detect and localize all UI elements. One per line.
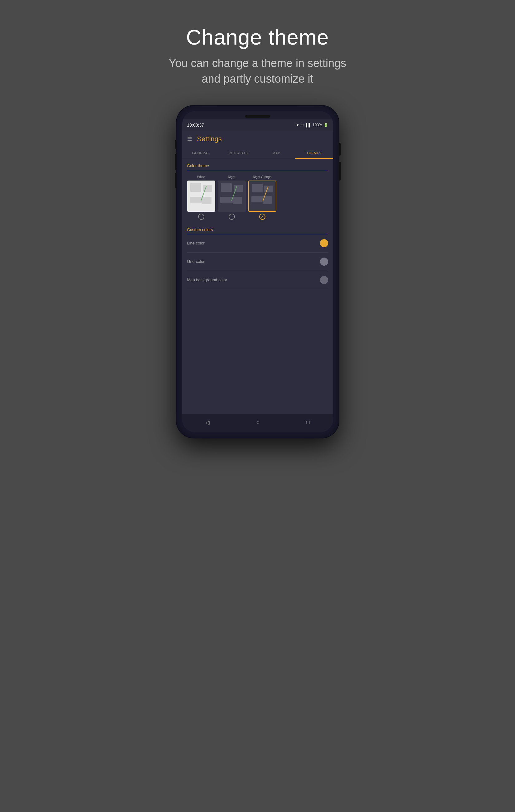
phone-mockup: 10:00:37 ▾ LTE ▌▌ 100% 🔋 ☰ Settings GENE… [176, 106, 339, 438]
line-color-swatch[interactable] [320, 239, 328, 247]
tab-themes[interactable]: THEMES [295, 147, 333, 159]
theme-white-label: White [197, 175, 205, 179]
theme-night-radio[interactable] [229, 213, 235, 220]
left-button-1 [175, 140, 176, 149]
phone-outer: 10:00:37 ▾ LTE ▌▌ 100% 🔋 ☰ Settings GENE… [176, 106, 339, 438]
wifi-icon: ▾ [297, 123, 298, 127]
map-bg-color-row[interactable]: Map background color [187, 271, 328, 289]
hamburger-icon[interactable]: ☰ [187, 136, 192, 143]
grid-color-swatch[interactable] [320, 258, 328, 266]
bottom-nav: ◁ ○ □ [182, 414, 333, 432]
tab-general[interactable]: GENERAL [182, 147, 220, 159]
tab-map[interactable]: MAP [258, 147, 295, 159]
theme-night-orange-preview [248, 180, 276, 212]
app-header: ☰ Settings [182, 130, 333, 147]
theme-white[interactable]: White [187, 175, 215, 220]
tab-interface[interactable]: INTERFACE [220, 147, 258, 159]
lte-icon: LTE [300, 123, 305, 126]
line-color-row[interactable]: Line color [187, 234, 328, 253]
custom-colors-header: Custom colors [187, 223, 328, 234]
theme-night-orange[interactable]: Night Orange ✓ [248, 175, 276, 220]
battery-label: 100% [313, 123, 322, 127]
recents-button[interactable]: □ [306, 419, 310, 426]
theme-white-preview [187, 180, 215, 212]
status-bar: 10:00:37 ▾ LTE ▌▌ 100% 🔋 [182, 119, 333, 130]
grid-color-label: Grid color [187, 259, 205, 264]
status-time: 10:00:37 [187, 122, 204, 127]
back-button[interactable]: ◁ [205, 419, 210, 426]
app-title: Settings [197, 135, 222, 143]
theme-night-orange-label: Night Orange [253, 175, 271, 179]
power-button [339, 143, 341, 155]
theme-night-preview [218, 180, 246, 212]
volume-down-button [175, 173, 176, 188]
content-area: Color theme White [182, 159, 333, 414]
signal-icon: ▌▌ [306, 123, 311, 127]
color-theme-section-header: Color theme [187, 159, 328, 170]
empty-space [187, 289, 328, 414]
volume-up-button [175, 154, 176, 170]
grid-color-row[interactable]: Grid color [187, 253, 328, 271]
line-color-label: Line color [187, 241, 205, 245]
phone-speaker [245, 115, 270, 118]
theme-white-radio[interactable] [198, 213, 204, 220]
map-bg-color-swatch[interactable] [320, 276, 328, 284]
volume-button [339, 162, 341, 180]
phone-top-bar [182, 111, 333, 119]
phone-screen: 10:00:37 ▾ LTE ▌▌ 100% 🔋 ☰ Settings GENE… [182, 111, 333, 432]
home-button[interactable]: ○ [256, 419, 260, 426]
theme-thumbnails: White [187, 173, 328, 223]
battery-icon: 🔋 [323, 123, 328, 127]
page-subtitle: You can change a theme in settingsand pa… [169, 56, 346, 87]
theme-night[interactable]: Night [218, 175, 246, 220]
map-bg-color-label: Map background color [187, 278, 227, 282]
theme-night-orange-radio[interactable]: ✓ [259, 213, 265, 220]
theme-night-label: Night [228, 175, 235, 179]
status-icons: ▾ LTE ▌▌ 100% 🔋 [297, 123, 328, 127]
tabs-bar: GENERAL INTERFACE MAP THEMES [182, 147, 333, 159]
page-title: Change theme [186, 25, 329, 49]
